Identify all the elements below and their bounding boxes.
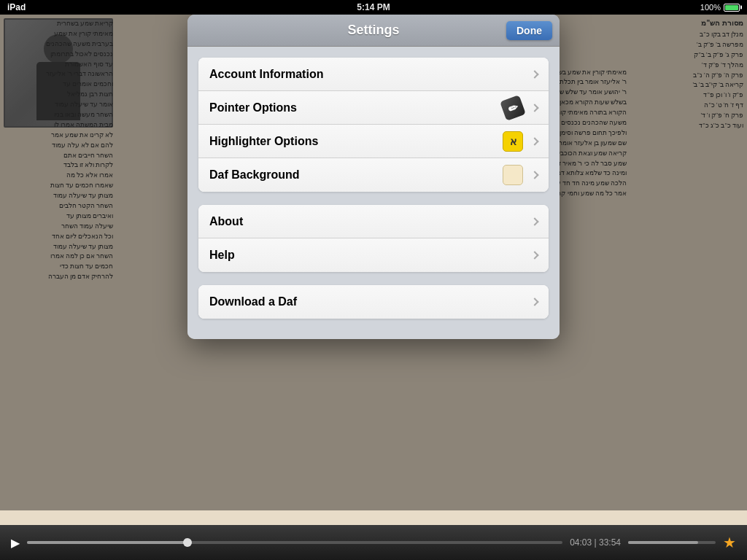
row-about-accessory (529, 219, 538, 225)
settings-body: Account Information Pointer Options ✏ Hi… (187, 47, 560, 339)
chevron-icon (530, 217, 538, 225)
row-help[interactable]: Help (198, 238, 549, 272)
row-about-label: About (209, 215, 529, 228)
volume-bar[interactable] (628, 541, 716, 544)
time-display: 04:03 | 33:54 (570, 537, 621, 548)
status-bar: iPad 5:14 PM 100% (0, 0, 747, 15)
settings-group-1: Account Information Pointer Options ✏ Hi… (198, 58, 549, 192)
row-account-information[interactable]: Account Information (198, 58, 549, 91)
volume-fill (628, 541, 698, 544)
time-label: 5:14 PM (357, 2, 390, 12)
progress-bar[interactable] (27, 541, 562, 544)
row-account-information-label: Account Information (209, 68, 529, 81)
pencil-icon: ✏ (500, 95, 526, 121)
chevron-icon (530, 251, 538, 259)
row-help-label: Help (209, 249, 529, 262)
row-highlighter-options-label: Highlighter Options (209, 135, 503, 148)
battery-icon (724, 4, 740, 12)
play-button[interactable]: ▶ (11, 536, 20, 550)
row-help-accessory (529, 252, 538, 258)
cream-swatch-icon (503, 165, 523, 185)
battery-area: 100% (700, 3, 740, 12)
settings-panel: Settings Done Account Information Pointe… (187, 15, 560, 339)
row-pointer-options[interactable]: Pointer Options ✏ (198, 91, 549, 125)
star-button[interactable]: ★ (723, 534, 736, 551)
done-button[interactable]: Done (506, 21, 552, 40)
progress-fill (27, 541, 187, 544)
settings-header: Settings Done (187, 15, 560, 47)
row-pointer-options-accessory: ✏ (503, 98, 538, 118)
row-highlighter-options-accessory: א (503, 131, 538, 152)
settings-group-3: Download a Daf (198, 285, 549, 319)
bottom-toolbar: ▶ 04:03 | 33:54 ★ (0, 525, 747, 560)
row-daf-background-accessory (503, 165, 538, 185)
row-download-daf[interactable]: Download a Daf (198, 285, 549, 319)
row-pointer-options-label: Pointer Options (209, 101, 503, 114)
row-about[interactable]: About (198, 205, 549, 238)
battery-percent: 100% (700, 3, 721, 12)
chevron-icon (530, 70, 538, 78)
row-download-daf-label: Download a Daf (209, 295, 529, 308)
chevron-icon (530, 104, 538, 112)
row-highlighter-options[interactable]: Highlighter Options א (198, 125, 549, 158)
row-account-information-accessory (529, 71, 538, 77)
row-daf-background[interactable]: Daf Background (198, 158, 549, 192)
row-download-daf-accessory (529, 299, 538, 305)
hebrew-alef-icon: א (503, 131, 523, 152)
progress-thumb (183, 538, 192, 547)
row-daf-background-label: Daf Background (209, 168, 503, 182)
chevron-icon (530, 298, 538, 306)
carrier-label: iPad (7, 2, 26, 12)
chevron-icon (530, 171, 538, 179)
settings-group-2: About Help (198, 205, 549, 272)
chevron-icon (530, 137, 538, 145)
settings-title: Settings (347, 23, 399, 38)
